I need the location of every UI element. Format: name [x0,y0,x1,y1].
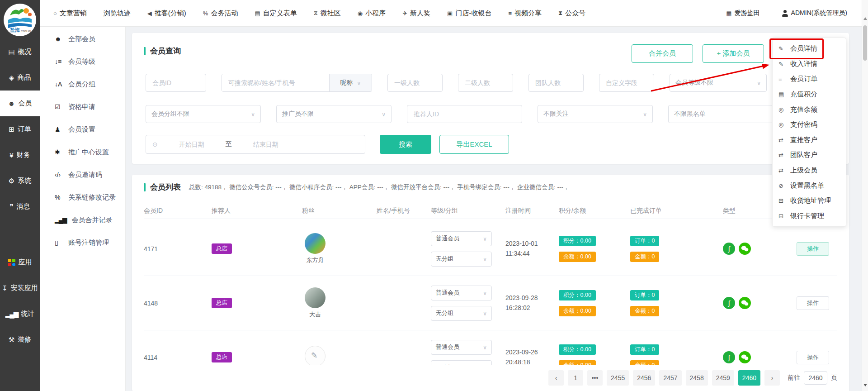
nav-article-marketing[interactable]: ○文章营销 [53,9,87,18]
sidebar-item-overview[interactable]: ▤ 概况 [0,39,40,65]
nav-community[interactable]: ⧖微社区 [314,9,341,18]
nav-distribution[interactable]: ◀推客(分销) [147,9,186,18]
add-member-button[interactable]: + 添加会员 [703,44,764,63]
page-button-2456[interactable]: 2456 [633,370,655,386]
page-button-2458[interactable]: 2458 [686,370,708,386]
blacklist-filter-select[interactable]: 不限黑名单 [668,105,783,123]
sidebar-item-system[interactable]: ⚙ 系统 [0,168,40,194]
level1-count-input[interactable] [387,74,443,92]
sub-member-group[interactable]: ↓A会员分组 [40,73,125,95]
level-select[interactable]: 普通会员 [431,231,492,246]
search-input[interactable] [222,74,329,91]
menu-recharge-balance[interactable]: ◎充值余额 [773,102,846,117]
menu-team-customers[interactable]: ⇄团队客户 [773,148,846,163]
menu-upline-member[interactable]: ⇄上级会员 [773,163,846,178]
user-menu[interactable]: ADMIN(系统管理员) [782,9,847,17]
search-button[interactable]: 搜索 [380,135,431,154]
level-select[interactable]: 普通会员 [431,340,492,355]
sidebar-item-finance[interactable]: ¥ 财务 [0,142,40,168]
menu-address-manage[interactable]: ⊟收货地址管理 [773,193,846,209]
sub-account-cancel[interactable]: ▯账号注销管理 [40,231,125,254]
submenu-label: 资格申请 [68,103,95,111]
row-action-button[interactable]: 操作 [797,296,829,310]
nav-browse-history[interactable]: 浏览轨迹 [104,9,131,18]
nav-store-pos[interactable]: ▣门店-收银台 [447,9,491,18]
sidebar-item-goods[interactable]: ◈ 商品 [0,65,40,91]
menu-label: 团队客户 [790,151,817,159]
nav-custom-form[interactable]: ▤自定义表单 [255,9,297,18]
sidebar-item-statistics[interactable]: ▂▄▆ 统计 [0,301,40,327]
member-id-input[interactable] [146,74,206,92]
promoter-select[interactable]: 推广员不限 [276,105,392,123]
menu-direct-customers[interactable]: ⇄直推客户 [773,133,846,148]
menu-member-detail[interactable]: ✎会员详情 [773,41,846,57]
start-date-input[interactable] [158,141,226,148]
page-button-1[interactable]: 1 [568,370,583,386]
yanhai-logo[interactable]: 盐海 YanHai [4,4,36,36]
nav-official-account[interactable]: ⧗公众号 [558,9,585,18]
sidebar-item-members[interactable]: ☻ 会员 [0,91,40,116]
page-button-2460-active[interactable]: 2460 [738,370,760,386]
sub-merge-log[interactable]: ▂▄▆会员合并记录 [40,209,125,231]
sub-qualification[interactable]: ☑资格申请 [40,95,125,118]
sidebar-item-orders[interactable]: ⊞ 订单 [0,116,40,142]
avatar[interactable] [305,287,326,308]
menu-income-detail[interactable]: ✎收入详情 [773,57,846,72]
page-scrollbar[interactable] [862,0,868,391]
team-count-input[interactable] [528,74,584,92]
nav-video-share[interactable]: ≡视频分享 [508,9,542,18]
sub-all-members[interactable]: ☻全部会员 [40,28,125,50]
hourglass-icon: ⧗ [558,10,562,17]
nav-newcomer-reward[interactable]: ✈新人奖 [402,9,430,18]
menu-recharge-points[interactable]: ▤充值积分 [773,87,846,102]
avatar[interactable] [305,233,326,254]
level2-count-input[interactable] [458,74,513,92]
sidebar-item-install-apps[interactable]: ↧ 安装应用 [0,275,40,301]
member-group-select[interactable]: 会员分组不限 [146,105,261,123]
date-range-picker[interactable]: 至 [146,135,365,154]
level-value: 普通会员 [436,343,459,351]
row-action-button[interactable]: 操作 [797,242,829,256]
sidebar-item-decoration[interactable]: ⚒ 装修 [0,327,40,353]
more-pages-button[interactable]: ••• [587,370,603,386]
row-action-button[interactable]: 操作 [797,351,829,364]
nav-events[interactable]: %会务活动 [203,9,238,18]
sub-invite-code[interactable]: ‹/›会员邀请码 [40,163,125,186]
search-type-select[interactable]: 昵称 [329,74,372,91]
sidebar-item-label: 商品 [17,73,31,82]
menu-member-orders[interactable]: ≡会员订单 [773,72,846,87]
sidebar-item-messages[interactable]: ❞ 消息 [0,194,40,219]
sidebar-item-apps[interactable]: 应用 [0,249,40,275]
referrer-id-input[interactable] [407,105,522,123]
scrollbar-thumb[interactable] [863,25,867,61]
page-button-2455[interactable]: 2455 [607,370,629,386]
sub-member-level[interactable]: ↓≡会员等级 [40,50,125,73]
custom-field-input[interactable] [599,74,654,92]
sub-member-settings[interactable]: ♟会员设置 [40,118,125,141]
scroll-up-arrow-icon[interactable] [863,17,867,20]
menu-label: 上级会员 [790,166,817,175]
group-select[interactable]: 无分组 [431,252,492,267]
merge-members-button[interactable]: 合并会员 [632,44,693,63]
level-select[interactable]: 普通会员 [431,286,492,300]
menu-pay-password[interactable]: ◎支付密码 [773,117,846,133]
page-button-2459[interactable]: 2459 [712,370,734,386]
end-date-input[interactable] [232,141,300,148]
prev-page-button[interactable]: ‹ [548,370,564,386]
scroll-down-arrow-icon[interactable] [863,384,867,386]
export-excel-button[interactable]: 导出EXCEL [439,135,509,154]
group-select[interactable]: 无分组 [431,306,492,321]
follow-filter-select[interactable]: 不限关注 [538,105,653,123]
menu-blacklist[interactable]: ⊘设置黑名单 [773,178,846,193]
avatar[interactable] [305,346,326,367]
nav-mini-program[interactable]: ◉小程序 [358,9,386,18]
sub-promotion-settings[interactable]: ✱推广中心设置 [40,141,125,163]
page-button-2457[interactable]: 2457 [659,370,681,386]
nav-label: 会务活动 [211,9,238,18]
next-page-button[interactable]: › [764,370,780,386]
goto-page-input[interactable] [804,371,827,385]
sub-relation-log[interactable]: %关系链修改记录 [40,186,125,209]
workspace-switcher[interactable]: ▦爱游盐田 [726,9,760,17]
menu-bank-card[interactable]: ⊟银行卡管理 [773,209,846,224]
member-grade-select[interactable]: 会员等级不限 [670,74,767,92]
